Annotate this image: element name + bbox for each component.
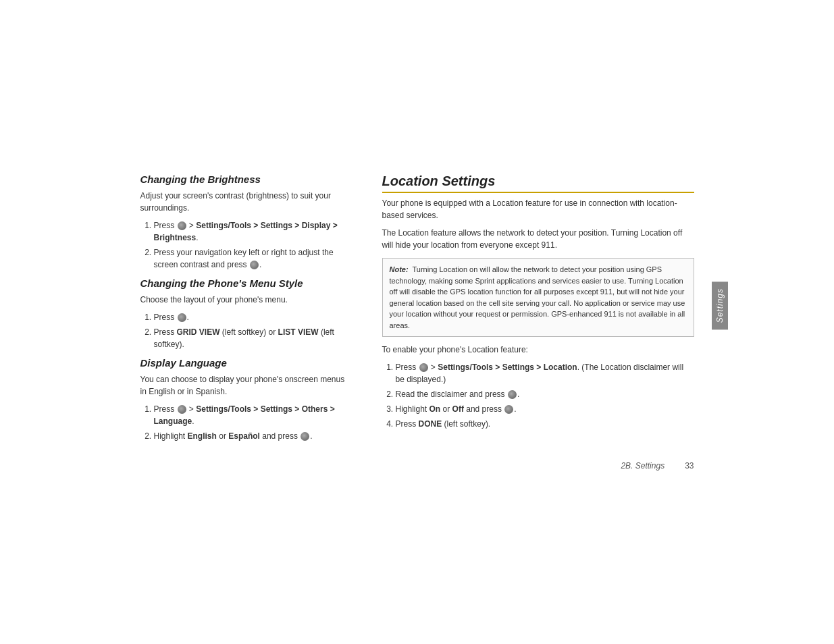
footer-page-number: 33 [685, 461, 694, 471]
menu-icon-8 [504, 405, 513, 414]
menu-icon-6 [419, 363, 428, 372]
two-column-layout: Changing the Brightness Adjust your scre… [140, 173, 694, 449]
settings-sidebar: Settings [712, 281, 728, 329]
section-menu-style: Changing the Phone's Menu Style Choose t… [140, 277, 350, 350]
brightness-steps: Press > Settings/Tools > Settings > Disp… [140, 219, 350, 271]
location-step-2: Read the disclaimer and press . [396, 388, 694, 400]
section-brightness-desc: Adjust your screen's contrast (brightnes… [140, 190, 350, 214]
location-step-1: Press > Settings/Tools > Settings > Loca… [396, 361, 694, 385]
brightness-step-1: Press > Settings/Tools > Settings > Disp… [154, 219, 350, 244]
location-steps: Press > Settings/Tools > Settings > Loca… [382, 361, 694, 430]
section-language-desc: You can choose to display your phone's o… [140, 373, 350, 398]
menu-icon-7 [508, 390, 517, 399]
location-note-box: Note: Turning Location on will allow the… [382, 258, 694, 337]
footer-section-label: 2B. Settings [621, 461, 664, 471]
right-column: Location Settings Your phone is equipped… [382, 173, 694, 449]
menu-icon-3 [178, 313, 186, 322]
left-column: Changing the Brightness Adjust your scre… [140, 173, 350, 449]
section-menu-style-title: Changing the Phone's Menu Style [140, 277, 350, 289]
language-steps: Press > Settings/Tools > Settings > Othe… [140, 403, 350, 442]
page: Changing the Brightness Adjust your scre… [0, 0, 834, 644]
settings-sidebar-label: Settings [712, 281, 728, 329]
section-brightness-title: Changing the Brightness [140, 173, 350, 185]
menu-icon-5 [301, 432, 309, 441]
menu-style-steps: Press . Press GRID VIEW (left softkey) o… [140, 311, 350, 350]
brightness-step-2: Press your navigation key left or right … [154, 246, 350, 271]
menu-style-step-2: Press GRID VIEW (left softkey) or LIST V… [154, 326, 350, 350]
menu-style-step-1: Press . [154, 311, 350, 323]
section-brightness: Changing the Brightness Adjust your scre… [140, 173, 350, 271]
location-intro-1: Your phone is equipped with a Location f… [382, 197, 694, 221]
menu-icon-1 [178, 221, 186, 230]
section-display-language: Display Language You can choose to displ… [140, 357, 350, 442]
menu-icon-2 [250, 261, 259, 269]
location-intro-2: The Location feature allows the network … [382, 227, 694, 251]
location-settings-title: Location Settings [382, 173, 694, 193]
section-menu-style-desc: Choose the layout of your phone's menu. [140, 294, 350, 306]
location-step-3: Highlight On or Off and press . [396, 403, 694, 415]
menu-icon-4 [178, 405, 186, 414]
section-language-title: Display Language [140, 357, 350, 369]
location-step-4: Press DONE (left softkey). [396, 418, 694, 430]
note-text: Turning Location on will allow the netwo… [390, 265, 685, 329]
page-footer: 2B. Settings 33 [140, 461, 694, 471]
location-enable-text: To enable your phone's Location feature: [382, 344, 694, 356]
language-step-1: Press > Settings/Tools > Settings > Othe… [154, 403, 350, 427]
note-label: Note: [390, 265, 409, 273]
language-step-2: Highlight English or Español and press . [154, 430, 350, 442]
